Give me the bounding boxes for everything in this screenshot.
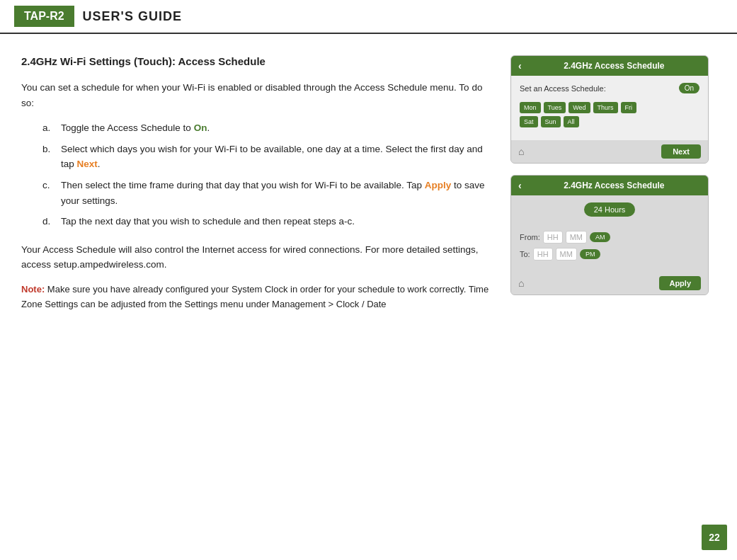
- right-column: ‹ 2.4GHz Access Schedule Set an Access S…: [510, 55, 709, 312]
- home-icon[interactable]: ⌂: [518, 146, 524, 157]
- main-content: 2.4GHz Wi-Fi Settings (Touch): Access Sc…: [0, 34, 737, 333]
- step-letter-c: c.: [42, 178, 55, 208]
- screen1-footer: ⌂ Next: [511, 140, 708, 163]
- hours-button[interactable]: 24 Hours: [584, 202, 636, 217]
- phone-screen-1: ‹ 2.4GHz Access Schedule Set an Access S…: [510, 55, 709, 164]
- steps-list: a. Toggle the Access Schedule to On. b. …: [42, 120, 489, 229]
- step-letter-d: d.: [42, 214, 55, 229]
- left-column: 2.4GHz Wi-Fi Settings (Touch): Access Sc…: [21, 55, 489, 312]
- screen2-footer: ⌂ Apply: [511, 272, 708, 295]
- note-paragraph: Note: Make sure you have already configu…: [21, 282, 489, 312]
- days-row-2: Sat Sun All: [520, 116, 699, 127]
- screen1-body: Set an Access Schedule: On Mon Tues Wed …: [511, 76, 708, 140]
- screen2-title: 2.4GHz Access Schedule: [527, 181, 701, 190]
- am-toggle[interactable]: AM: [590, 232, 611, 242]
- day-sun[interactable]: Sun: [541, 116, 561, 127]
- list-item: c. Then select the time frame during tha…: [42, 178, 489, 208]
- on-highlight: On: [194, 122, 207, 133]
- step-letter-b: b.: [42, 142, 55, 172]
- next-highlight: Next: [77, 159, 98, 169]
- guide-title: USER'S GUIDE: [83, 9, 182, 24]
- page-subtitle: 2.4GHz Wi-Fi Settings (Touch): Access Sc…: [21, 55, 489, 67]
- to-label: To:: [520, 250, 530, 258]
- pm-toggle[interactable]: PM: [580, 249, 601, 259]
- intro-text: You can set a schedule for when your Wi-…: [21, 80, 489, 110]
- back-arrow-icon-2[interactable]: ‹: [518, 180, 522, 191]
- next-button[interactable]: Next: [661, 144, 701, 159]
- phone-header-1: ‹ 2.4GHz Access Schedule: [511, 56, 708, 76]
- day-mon[interactable]: Mon: [520, 102, 541, 113]
- to-hh[interactable]: HH: [533, 248, 553, 261]
- day-wed[interactable]: Wed: [569, 102, 590, 113]
- footer-text: Your Access Schedule will also control t…: [21, 242, 489, 273]
- from-hh[interactable]: HH: [543, 231, 563, 244]
- page-number: 22: [702, 525, 727, 550]
- back-arrow-icon[interactable]: ‹: [518, 60, 522, 72]
- day-tues[interactable]: Tues: [544, 102, 566, 113]
- apply-highlight: Apply: [425, 180, 452, 190]
- list-item: d. Tap the next day that you wish to sch…: [42, 214, 489, 229]
- hours-center: 24 Hours: [520, 202, 699, 224]
- from-mm[interactable]: MM: [566, 231, 587, 244]
- schedule-toggle-row: Set an Access Schedule: On: [520, 83, 699, 93]
- day-sat[interactable]: Sat: [520, 116, 538, 127]
- note-label: Note:: [21, 284, 45, 295]
- to-row: To: HH MM PM: [520, 248, 699, 261]
- brand-label: TAP-R2: [14, 6, 74, 27]
- days-grid: Mon Tues Wed Thurs Fri Sat Sun All: [520, 102, 699, 127]
- step-text-d: Tap the next day that you wish to schedu…: [61, 214, 489, 229]
- toggle-on-badge[interactable]: On: [679, 83, 699, 93]
- list-item: a. Toggle the Access Schedule to On.: [42, 120, 489, 136]
- phone-screen-2: ‹ 2.4GHz Access Schedule 24 Hours From: …: [510, 175, 709, 295]
- set-schedule-label: Set an Access Schedule:: [520, 84, 606, 93]
- from-label: From:: [520, 233, 540, 241]
- screen2-body: 24 Hours From: HH MM AM To: HH MM PM: [511, 195, 708, 272]
- screen1-title: 2.4GHz Access Schedule: [527, 61, 701, 71]
- home-icon-2[interactable]: ⌂: [518, 278, 524, 289]
- days-row-1: Mon Tues Wed Thurs Fri: [520, 102, 699, 113]
- list-item: b. Select which days you wish for your W…: [42, 142, 489, 172]
- phone-header-2: ‹ 2.4GHz Access Schedule: [511, 176, 708, 195]
- step-text-c: Then select the time frame during that d…: [61, 178, 489, 208]
- step-text-b: Select which days you wish for your Wi-F…: [61, 142, 489, 172]
- day-fri[interactable]: Fri: [621, 102, 637, 113]
- apply-button[interactable]: Apply: [659, 276, 701, 290]
- page-header: TAP-R2 USER'S GUIDE: [0, 0, 737, 34]
- step-text-a: Toggle the Access Schedule to On.: [61, 120, 489, 136]
- day-thurs[interactable]: Thurs: [593, 102, 618, 113]
- day-all[interactable]: All: [564, 116, 579, 127]
- note-body: Make sure you have already configured yo…: [21, 284, 489, 309]
- to-mm[interactable]: MM: [556, 248, 577, 261]
- from-row: From: HH MM AM: [520, 231, 699, 244]
- step-letter-a: a.: [42, 120, 55, 136]
